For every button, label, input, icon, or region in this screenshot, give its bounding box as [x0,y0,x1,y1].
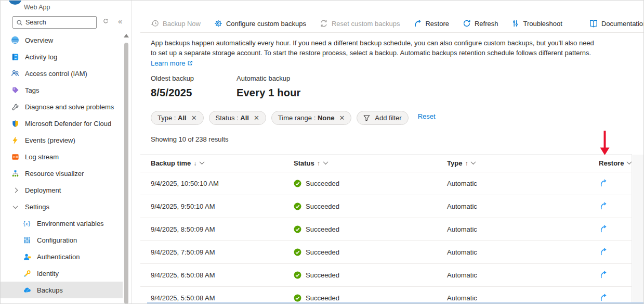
troubleshoot-button[interactable]: Troubleshoot [511,19,562,28]
sidebar-item-overview[interactable]: Overview [0,32,123,48]
main-content: Backup Now Configure custom backups Rese… [132,0,644,304]
backup-time-cell: 9/4/2025, 9:50:10 AM [151,202,294,210]
column-header-status[interactable]: Status ↑ [294,159,447,167]
collapse-sidebar-icon[interactable]: « [118,17,122,26]
restore-icon [413,19,422,28]
sidebar-item-settings[interactable]: Settings [0,198,123,215]
resource-subtitle: Web App [24,4,50,11]
status-cell: Succeeded [294,225,447,233]
table-row[interactable]: 9/4/2025, 5:50:08 AM Succeeded Automatic [140,287,632,304]
type-cell: Automatic [447,225,595,233]
success-check-icon [294,202,301,210]
documentation-button[interactable]: Documentation [589,19,644,28]
sidebar-item-identity[interactable]: Identity [0,265,123,282]
remove-filter-icon[interactable]: ✕ [191,114,197,122]
status-cell: Succeeded [294,294,447,302]
key-icon [22,269,32,278]
remove-filter-icon[interactable]: ✕ [254,114,259,122]
remove-filter-icon[interactable]: ✕ [339,114,345,122]
sidebar-item-events[interactable]: Events (preview) [0,132,123,148]
restore-button[interactable]: Restore [413,19,449,28]
page-description: App backups happen automatically every h… [151,38,601,58]
status-cell: Succeeded [294,180,447,187]
sidebar-scrollbar[interactable] [123,32,129,304]
sidebar-item-defender[interactable]: Microsoft Defender for Cloud [0,115,123,132]
funnel-icon [363,115,370,121]
chevron-down-icon [10,202,20,211]
sidebar-item-deployment[interactable]: Deployment [0,182,123,198]
table-row[interactable]: 9/4/2025, 6:50:08 AM Succeeded Automatic [140,264,632,287]
backup-stats: Oldest backup 8/5/2025 Automatic backup … [151,74,322,99]
backup-now-icon [151,19,159,28]
reset-filters-link[interactable]: Reset [418,112,436,120]
filter-pill-time-range[interactable]: Time range : None ✕ [271,111,352,125]
cloud-icon [22,285,32,295]
filter-pill-status[interactable]: Status : All ✕ [209,111,266,125]
tag-icon [10,85,20,95]
sidebar-item-tags[interactable]: Tags [0,82,123,98]
sidebar-item-backups[interactable]: Backups [0,282,123,298]
success-check-icon [294,271,301,279]
lightning-icon [10,135,20,145]
backup-time-cell: 9/4/2025, 10:50:10 AM [151,180,294,187]
sidebar-item-authentication[interactable]: Authentication [0,248,123,265]
success-check-icon [294,248,301,256]
column-header-type[interactable]: Type ↑ [447,159,595,167]
sidebar-item-environment-variables[interactable]: {x} Environment variables [0,215,123,232]
status-cell: Succeeded [294,248,447,256]
table-row[interactable]: 9/4/2025, 8:50:09 AM Succeeded Automatic [140,218,632,241]
sidebar-item-access-control[interactable]: Access control (IAM) [0,65,123,82]
sidebar-search[interactable] [12,16,97,29]
search-input[interactable] [25,19,94,26]
sort-asc-icon: ↑ [317,160,320,167]
variables-icon: {x} [22,219,32,228]
list-scrollbar[interactable] [633,155,644,304]
restore-row-icon[interactable] [599,201,608,210]
column-header-backup-time[interactable]: Backup time ↓ [151,159,294,167]
web-app-resource-icon [9,0,21,5]
sidebar-item-configuration[interactable]: Configuration [0,232,123,248]
table-row[interactable]: 9/4/2025, 10:50:10 AM Succeeded Automati… [140,172,632,195]
sort-asc-icon: ↑ [465,160,468,167]
scrollbar-up-arrow[interactable] [124,34,129,37]
table-row[interactable]: 9/4/2025, 9:50:10 AM Succeeded Automatic [140,195,632,218]
type-cell: Automatic [447,202,595,210]
restore-row-icon[interactable] [599,224,608,233]
restore-row-icon[interactable] [599,293,608,302]
chevron-down-icon [200,159,205,164]
sidebar-item-log-stream[interactable]: Log stream [0,148,123,165]
backup-now-button[interactable]: Backup Now [151,19,201,28]
backup-time-cell: 9/4/2025, 5:50:08 AM [151,294,294,302]
filter-pill-type[interactable]: Type : All ✕ [151,111,204,125]
add-filter-button[interactable]: Add filter [357,111,408,125]
column-header-restore[interactable]: Restore [595,159,632,167]
sidebar-item-diagnose[interactable]: Diagnose and solve problems [0,98,123,115]
type-cell: Automatic [447,271,595,279]
refresh-button[interactable]: Refresh [463,19,498,28]
restore-row-icon[interactable] [599,270,608,279]
table-header-row: Backup time ↓ Status ↑ Type ↑ Restore [140,154,632,172]
status-cell: Succeeded [294,271,447,279]
activity-log-icon [10,52,20,61]
shield-icon [10,119,20,128]
configure-custom-backups-button[interactable]: Configure custom backups [214,19,306,28]
sliders-icon [22,235,32,245]
resource-header: Web App [0,0,131,14]
learn-more-link[interactable]: Learn more [151,59,193,67]
restore-row-icon[interactable] [599,247,608,256]
menu-refresh-icon[interactable] [103,18,109,24]
log-stream-icon [10,152,20,161]
wrench-icon [10,102,20,111]
reset-custom-backups-button[interactable]: Reset custom backups [320,19,400,28]
svg-text:x: x [25,221,28,226]
svg-text:}: } [28,221,30,226]
sidebar: Web App « Overview Activity log Access c… [0,0,132,304]
restore-row-icon[interactable] [599,179,608,187]
sidebar-item-resource-visualizer[interactable]: Resource visualizer [0,165,123,182]
sidebar-nav: Overview Activity log Access control (IA… [0,32,123,298]
chevron-down-icon [471,159,476,164]
sidebar-item-activity-log[interactable]: Activity log [0,48,123,65]
reset-icon [320,19,328,28]
scrollbar-thumb[interactable] [124,43,128,304]
table-row[interactable]: 9/4/2025, 7:50:09 AM Succeeded Automatic [140,241,632,264]
